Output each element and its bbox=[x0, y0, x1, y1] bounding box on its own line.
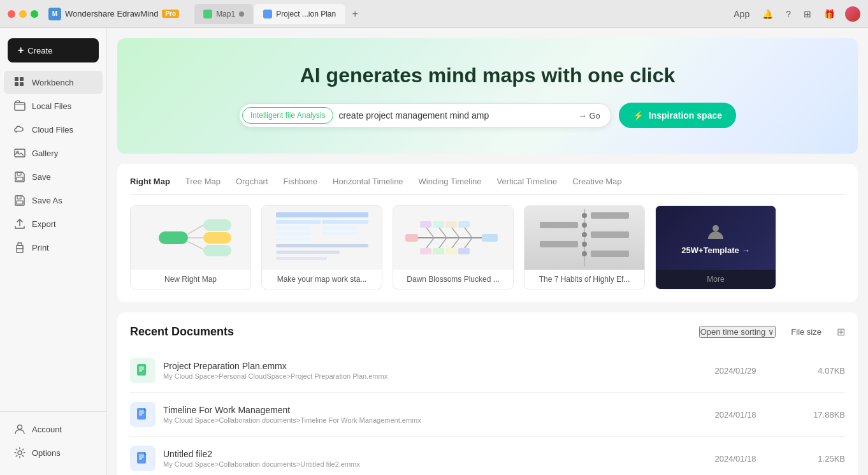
map-tab-orgchart[interactable]: Orgchart bbox=[236, 177, 268, 195]
doc-info-0: Project Preparation Plan.emmx My Cloud S… bbox=[163, 361, 690, 380]
sidebar-item-workbench[interactable]: Workbench bbox=[4, 71, 103, 94]
svg-rect-21 bbox=[203, 232, 231, 244]
save-as-icon bbox=[14, 194, 25, 206]
inspiration-space-button[interactable]: ⚡ Inspiration space bbox=[619, 103, 736, 128]
map-card-7-habits[interactable]: The 7 Habits of Highly Ef... bbox=[524, 205, 645, 289]
sort-button[interactable]: Open time sorting ∨ bbox=[699, 326, 776, 338]
map-card-new-right-map[interactable]: New Right Map bbox=[130, 205, 251, 289]
help-icon[interactable]: ? bbox=[783, 6, 793, 22]
svg-rect-31 bbox=[276, 244, 368, 247]
doc-item-0[interactable]: Project Preparation Plan.emmx My Cloud S… bbox=[130, 349, 845, 393]
user-avatar[interactable] bbox=[845, 6, 860, 22]
svg-rect-49 bbox=[420, 248, 431, 254]
app-name: Wondershare EdrawMind bbox=[65, 9, 158, 18]
hero-input-container: Intelligent file Analysis → Go bbox=[239, 103, 611, 128]
sidebar-item-options[interactable]: Options bbox=[4, 441, 103, 464]
svg-rect-12 bbox=[18, 243, 22, 245]
create-button[interactable]: + Create bbox=[8, 38, 99, 62]
grid-icon[interactable]: ⊞ bbox=[801, 6, 814, 22]
cloud-files-icon bbox=[14, 124, 25, 135]
maximize-button[interactable] bbox=[31, 10, 38, 18]
svg-point-64 bbox=[712, 225, 719, 231]
sidebar-item-cloud-files[interactable]: Cloud Files bbox=[4, 118, 103, 141]
svg-point-15 bbox=[18, 451, 22, 455]
view-toggle-button[interactable]: ⊞ bbox=[837, 326, 845, 338]
sidebar-bottom: Account Options bbox=[0, 411, 106, 470]
bell-icon[interactable]: 🔔 bbox=[760, 6, 776, 22]
svg-rect-59 bbox=[591, 212, 629, 219]
go-label: Go bbox=[590, 111, 600, 121]
svg-rect-3 bbox=[20, 82, 24, 86]
analysis-badge[interactable]: Intelligent file Analysis bbox=[242, 107, 333, 124]
sidebar-label-save-as: Save As bbox=[32, 196, 62, 205]
svg-rect-32 bbox=[276, 251, 340, 254]
svg-rect-4 bbox=[15, 103, 25, 110]
map-card-label-dawn-blossoms: Dawn Blossoms Plucked ... bbox=[393, 270, 513, 289]
map-tab-tree-map[interactable]: Tree Map bbox=[185, 177, 221, 195]
svg-rect-29 bbox=[322, 226, 357, 230]
svg-rect-30 bbox=[322, 232, 357, 235]
svg-line-19 bbox=[188, 242, 203, 249]
tab-map1[interactable]: Map1 bbox=[194, 4, 253, 24]
app-label[interactable]: App bbox=[731, 6, 752, 22]
svg-rect-26 bbox=[276, 232, 311, 235]
tab-projection-plan[interactable]: Project ...ion Plan bbox=[254, 4, 345, 24]
map-tab-winding-timeline[interactable]: Winding Timeline bbox=[419, 177, 482, 195]
map-card-tree-map[interactable]: Make your map work sta... bbox=[261, 205, 382, 289]
add-tab-button[interactable]: + bbox=[346, 5, 364, 23]
svg-rect-76 bbox=[139, 458, 142, 460]
doc-item-1[interactable]: Timeline For Work Management My Cloud Sp… bbox=[130, 393, 845, 437]
doc-icon-0 bbox=[130, 358, 156, 383]
tab-label-map1: Map1 bbox=[216, 10, 235, 18]
traffic-lights bbox=[8, 10, 38, 18]
save-icon bbox=[14, 171, 25, 182]
svg-rect-71 bbox=[139, 413, 144, 414]
main-content: AI generates mind maps with one click In… bbox=[107, 28, 868, 475]
map-tab-fishbone[interactable]: Fishbone bbox=[284, 177, 317, 195]
go-arrow-icon: → bbox=[579, 111, 587, 121]
doc-path-1: My Cloud Space>Collaboration documents>T… bbox=[163, 416, 690, 424]
sidebar-label-gallery: Gallery bbox=[32, 149, 58, 158]
lightning-icon: ⚡ bbox=[633, 110, 644, 121]
map-tab-horizontal-timeline[interactable]: Horizontal Timeline bbox=[333, 177, 403, 195]
doc-icon-1 bbox=[130, 402, 156, 427]
svg-rect-44 bbox=[482, 234, 498, 242]
sidebar-item-local-files[interactable]: Local Files bbox=[4, 94, 103, 117]
sort-chevron-icon: ∨ bbox=[768, 327, 774, 337]
map-tab-right-map[interactable]: Right Map bbox=[130, 177, 170, 195]
map-card-more[interactable]: 25W+Template → More bbox=[655, 205, 776, 289]
sidebar-item-save[interactable]: Save bbox=[4, 165, 103, 188]
hero-input-row: Intelligent file Analysis → Go ⚡ Inspira… bbox=[239, 103, 736, 128]
sidebar-item-account[interactable]: Account bbox=[4, 418, 103, 441]
sidebar-item-print[interactable]: Print bbox=[4, 236, 103, 259]
sidebar-item-save-as[interactable]: Save As bbox=[4, 189, 103, 212]
doc-item-2[interactable]: Untitled file2 My Cloud Space>Collaborat… bbox=[130, 437, 845, 475]
sidebar-label-workbench: Workbench bbox=[32, 78, 74, 87]
svg-rect-8 bbox=[17, 177, 23, 180]
recent-documents-section: Recent Documents Open time sorting ∨ Fil… bbox=[117, 312, 858, 475]
svg-rect-2 bbox=[15, 82, 18, 86]
titlebar: M Wondershare EdrawMind Pro Map1 Project… bbox=[0, 0, 868, 28]
export-icon bbox=[14, 218, 25, 230]
doc-name-1: Timeline For Work Management bbox=[163, 405, 690, 415]
map-tab-vertical-timeline[interactable]: Vertical Timeline bbox=[497, 177, 558, 195]
sidebar-label-account: Account bbox=[32, 425, 62, 434]
map-card-dawn-blossoms[interactable]: Dawn Blossoms Plucked ... bbox=[393, 205, 514, 289]
svg-rect-50 bbox=[433, 248, 444, 254]
sidebar-item-export[interactable]: Export bbox=[4, 212, 103, 235]
map-cards: New Right Map bbox=[130, 205, 845, 289]
sidebar-item-gallery[interactable]: Gallery bbox=[4, 142, 103, 164]
hero-banner: AI generates mind maps with one click In… bbox=[117, 38, 858, 154]
minimize-button[interactable] bbox=[19, 10, 27, 18]
options-icon bbox=[14, 447, 25, 458]
titlebar-right: App 🔔 ? ⊞ 🎁 bbox=[731, 6, 860, 22]
map-tab-creative-map[interactable]: Creative Map bbox=[572, 177, 621, 195]
svg-rect-16 bbox=[159, 231, 188, 244]
gift-icon[interactable]: 🎁 bbox=[821, 6, 837, 22]
sidebar: + Create Workbench bbox=[0, 28, 107, 475]
go-button[interactable]: → Go bbox=[574, 108, 605, 123]
svg-point-54 bbox=[582, 213, 587, 218]
close-button[interactable] bbox=[8, 10, 15, 18]
app-logo: M Wondershare EdrawMind Pro bbox=[48, 8, 179, 20]
ai-prompt-input[interactable] bbox=[333, 106, 573, 124]
